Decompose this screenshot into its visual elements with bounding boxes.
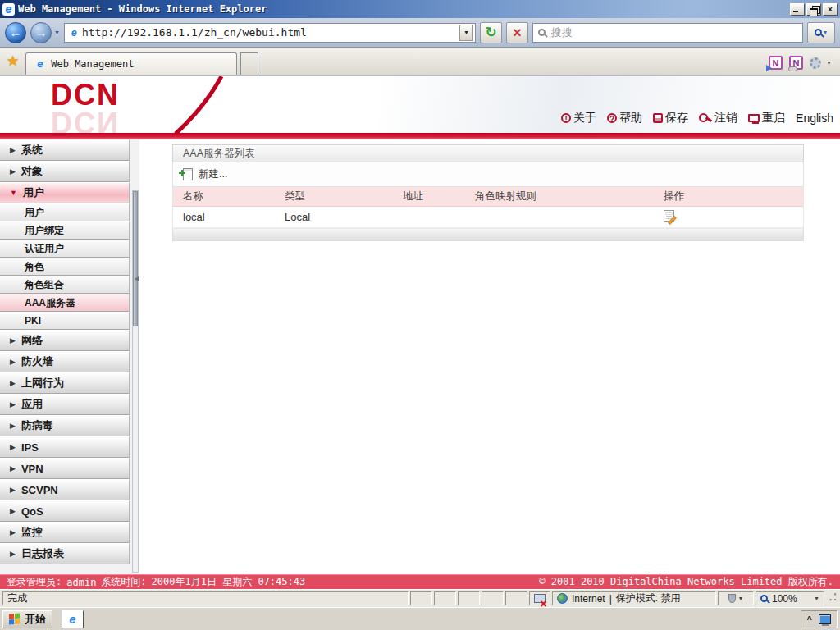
about-icon: ! — [561, 113, 571, 123]
favorites-star-icon[interactable]: ★ — [7, 52, 19, 70]
new-tab-stub[interactable] — [240, 52, 258, 75]
english-link[interactable]: English — [796, 112, 833, 125]
chevron-right-icon: ▶ — [10, 529, 16, 536]
panel-footer — [172, 229, 804, 241]
dcn-logo-reflection: DCN — [51, 110, 120, 133]
search-input[interactable] — [550, 25, 797, 39]
url-dropdown-button[interactable]: ▼ — [459, 25, 473, 41]
new-button[interactable]: 新建... — [183, 167, 227, 181]
window-titlebar[interactable]: e Web Management - Windows Internet Expl… — [0, 0, 840, 18]
status-error-pane[interactable] — [529, 591, 550, 605]
stop-button[interactable]: × — [506, 22, 528, 43]
panel-title: AAA服务器列表 — [172, 144, 804, 162]
search-icon — [538, 29, 546, 36]
back-button[interactable]: ← — [5, 22, 26, 43]
aaa-server-table: 名称 类型 地址 角色映射规则 操作 local Local — [172, 187, 804, 229]
sidebar-scrollbar-thumb[interactable] — [133, 191, 138, 326]
status-pane-5 — [505, 591, 527, 605]
sidebar-item-ips[interactable]: ▶IPS — [0, 436, 130, 458]
sidebar-item-user-binding[interactable]: 用户绑定 — [0, 221, 130, 240]
tools-dropdown-icon[interactable]: ▼ — [826, 60, 832, 66]
status-zoom-pane[interactable]: 100% ▼ — [756, 591, 824, 605]
close-button[interactable]: × — [823, 3, 838, 16]
search-go-button[interactable]: ▼ — [807, 22, 835, 43]
sidebar-item-user[interactable]: ▼用户 — [0, 182, 130, 203]
restore-button[interactable] — [806, 3, 821, 16]
refresh-button[interactable]: ↻ — [480, 22, 502, 43]
sidebar-item-internet-behavior[interactable]: ▶上网行为 — [0, 372, 130, 394]
cell-name: local — [173, 211, 285, 223]
sidebar-item-application[interactable]: ▶应用 — [0, 394, 130, 415]
tab-bar: ★ e Web Management N N ▼ — [0, 48, 840, 75]
new-doc-icon — [183, 168, 193, 180]
col-name: 名称 — [173, 189, 285, 203]
hidden-icons-chevron[interactable]: ^ — [807, 616, 812, 623]
sidebar-item-user-sub[interactable]: 用户 — [0, 203, 130, 221]
save-link[interactable]: 保存 — [653, 111, 688, 126]
sidebar-nav: ▶系统 ▶对象 ▼用户 用户 用户绑定 认证用户 角色 角色组合 AAA服务器 … — [0, 139, 139, 574]
edit-icon[interactable] — [664, 210, 674, 222]
stop-icon: × — [513, 25, 522, 40]
start-button[interactable]: 开始 — [2, 610, 52, 628]
sidebar-item-scvpn[interactable]: ▶SCVPN — [0, 479, 130, 500]
sidebar-item-firewall[interactable]: ▶防火墙 — [0, 351, 130, 372]
chevron-right-icon: ▶ — [10, 358, 16, 366]
sidebar-item-role[interactable]: 角色 — [0, 258, 130, 276]
ie-statusbar: 完成 Internet | 保护模式: 禁用 ▼ 100% ▼ — [0, 589, 840, 607]
onenote-linked-icon[interactable]: N — [789, 56, 803, 70]
zoom-dropdown-icon[interactable]: ▼ — [814, 596, 819, 601]
table-header-row: 名称 类型 地址 角色映射规则 操作 — [173, 187, 803, 207]
sidebar-item-vpn[interactable]: ▶VPN — [0, 458, 130, 479]
status-done: 完成 — [2, 591, 409, 605]
chevron-right-icon: ▶ — [10, 422, 16, 430]
restart-link[interactable]: 重启 — [748, 111, 785, 126]
ie-icon: e — [2, 3, 15, 16]
tab-web-management[interactable]: e Web Management — [25, 52, 237, 75]
sidebar-item-role-combination[interactable]: 角色组合 — [0, 276, 130, 294]
resize-grip[interactable] — [826, 591, 838, 605]
sidebar-item-antivirus[interactable]: ▶防病毒 — [0, 415, 130, 436]
col-action: 操作 — [664, 189, 803, 203]
url-input[interactable] — [80, 25, 459, 39]
gear-icon[interactable] — [810, 57, 821, 69]
sidebar-item-system[interactable]: ▶系统 — [0, 139, 130, 161]
sidebar-item-object[interactable]: ▶对象 — [0, 161, 130, 182]
zoom-icon — [760, 595, 768, 602]
status-filter-pane[interactable]: ▼ — [718, 591, 754, 605]
ie-window: e Web Management - Windows Internet Expl… — [0, 0, 840, 630]
login-label: 登录管理员: — [7, 575, 62, 589]
history-dropdown-icon[interactable]: ▼ — [54, 30, 60, 35]
about-link[interactable]: ! 关于 — [561, 111, 596, 126]
sidebar-item-aaa-server[interactable]: AAA服务器 — [0, 294, 130, 312]
site-header: DCN DCN ! 关于 ? 帮助 保存 注销 — [0, 75, 840, 133]
table-row: local Local — [173, 207, 803, 228]
onenote-send-icon[interactable]: N — [769, 56, 783, 70]
chevron-right-icon: ▶ — [10, 147, 16, 154]
zone-separator: | — [609, 593, 612, 605]
sidebar-item-log-report[interactable]: ▶日志报表 — [0, 543, 130, 564]
sidebar-item-auth-user[interactable]: 认证用户 — [0, 240, 130, 258]
minimize-button[interactable] — [790, 3, 805, 16]
page-error-icon — [534, 594, 546, 603]
sidebar-item-network[interactable]: ▶网络 — [0, 330, 130, 351]
filter-dropdown-icon[interactable]: ▼ — [738, 596, 744, 601]
taskbar-ie-button[interactable]: e — [62, 610, 84, 628]
logout-link[interactable]: 注销 — [699, 111, 737, 126]
system-tray: ^ — [801, 610, 838, 628]
status-pane-3 — [458, 591, 480, 605]
key-icon — [699, 112, 712, 124]
sidebar-item-pki[interactable]: PKI — [0, 312, 130, 330]
help-link[interactable]: ? 帮助 — [607, 111, 642, 126]
chevron-right-icon: ▶ — [10, 550, 16, 558]
sidebar-item-qos[interactable]: ▶QoS — [0, 500, 130, 522]
col-role-mapping: 角色映射规则 — [475, 189, 664, 203]
forward-button[interactable]: → — [30, 22, 52, 43]
chevron-right-icon: ▶ — [10, 337, 16, 345]
col-type: 类型 — [285, 189, 403, 203]
sidebar-scrollbar[interactable] — [132, 190, 139, 573]
sidebar-item-monitor[interactable]: ▶监控 — [0, 522, 130, 543]
chevron-right-icon: ▶ — [10, 380, 16, 387]
display-tray-icon[interactable] — [819, 614, 831, 624]
status-zone-pane[interactable]: Internet | 保护模式: 禁用 — [552, 591, 716, 605]
search-dropdown-icon[interactable]: ▼ — [823, 30, 829, 35]
